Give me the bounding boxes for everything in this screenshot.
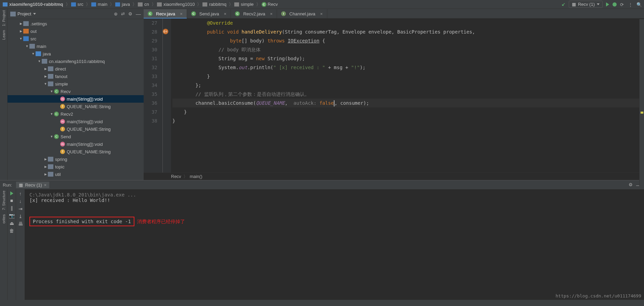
tree-caret[interactable] xyxy=(18,29,23,33)
tree-item[interactable]: util xyxy=(8,170,144,178)
tree-caret[interactable] xyxy=(43,165,48,168)
line-number[interactable]: 35 xyxy=(144,90,157,99)
editor-tab[interactable]: IChannel.java× xyxy=(277,9,327,18)
tree-item[interactable]: Recv2 xyxy=(8,110,144,118)
code-line[interactable]: String msg = new String(body); xyxy=(172,54,644,63)
exit-button[interactable]: ⏏ xyxy=(9,221,14,226)
print-button[interactable]: 🖶 xyxy=(18,221,23,226)
tree-caret[interactable] xyxy=(43,173,48,176)
breadcrumb-item[interactable]: main xyxy=(91,2,107,7)
tree-item[interactable]: simple xyxy=(8,80,144,88)
code-line[interactable]: byte[] body) throws IOException { xyxy=(172,36,644,45)
coverage-button[interactable]: ⟳ xyxy=(620,2,625,7)
delete-button[interactable]: 🗑 xyxy=(9,228,14,233)
gear-icon[interactable]: ⚙ xyxy=(128,11,132,16)
line-number[interactable]: 37 xyxy=(144,107,157,116)
line-number[interactable]: 38 xyxy=(144,116,157,125)
tree-item[interactable]: topic xyxy=(8,163,144,170)
gear-icon[interactable]: ⚙ xyxy=(629,182,633,188)
tree-item[interactable]: Send xyxy=(8,133,144,140)
search-button[interactable]: 🔍 xyxy=(636,2,641,7)
console-output[interactable]: C:\Java\jdk1.8.0_201\bin\java.exe ... [x… xyxy=(25,189,644,300)
tree-caret[interactable] xyxy=(37,60,42,63)
breadcrumb-item[interactable]: simple xyxy=(234,2,254,7)
line-number[interactable]: 30 xyxy=(144,45,157,54)
tree-caret[interactable] xyxy=(49,112,54,116)
run-config-selector[interactable]: ▦ Recv (1) xyxy=(569,1,603,8)
tree-caret[interactable] xyxy=(49,90,54,93)
soft-wrap-button[interactable]: ⇥ xyxy=(18,206,23,211)
sync-icon[interactable]: ↙ xyxy=(562,2,565,7)
breadcrumb-item[interactable]: cn xyxy=(138,2,149,7)
editor-tab[interactable]: CRecv2.java× xyxy=(231,9,277,18)
tree-item[interactable]: main(String[]):void xyxy=(8,140,144,148)
line-number[interactable]: 33 xyxy=(144,72,157,81)
line-number[interactable]: 32 xyxy=(144,63,157,72)
editor-tab[interactable]: CSend.java× xyxy=(187,9,231,18)
line-number[interactable]: 36 xyxy=(144,99,157,107)
close-icon[interactable]: × xyxy=(270,11,273,16)
line-number[interactable]: 28 xyxy=(144,27,157,36)
tree-item[interactable]: out xyxy=(8,27,144,35)
breadcrumb-item[interactable]: xiaomifeng1010 xyxy=(157,2,195,7)
learn-tool-button[interactable]: Learn xyxy=(2,30,6,40)
breadcrumb-item[interactable]: src xyxy=(71,2,83,7)
breadcrumb-item[interactable]: CRecv xyxy=(262,2,278,7)
breadcrumb-method[interactable]: main() xyxy=(190,174,202,179)
tree-item[interactable]: .settings xyxy=(8,20,144,27)
code-line[interactable]: public void handleDelivery(String consum… xyxy=(172,27,644,36)
tree-item[interactable]: src xyxy=(8,35,144,42)
tree-item[interactable]: main(String[]):void xyxy=(8,118,144,125)
breadcrumb-item[interactable]: xiaomifeng1010-rabbitmq xyxy=(3,2,63,7)
hide-icon[interactable]: — xyxy=(136,11,141,17)
tree-item[interactable]: QUEUE_NAME:String xyxy=(8,125,144,133)
code-area[interactable]: 272829303132333435363738 o↑ @Override pu… xyxy=(144,18,644,173)
tree-item[interactable]: cn.xiaomifeng1010.rabbitmq xyxy=(8,58,144,65)
debug-button[interactable] xyxy=(613,2,617,7)
tree-item[interactable]: QUEUE_NAME:String xyxy=(8,148,144,155)
tree-item[interactable]: direct xyxy=(8,65,144,73)
line-number[interactable]: 34 xyxy=(144,81,157,90)
code-line[interactable]: } xyxy=(172,72,644,81)
collapse-icon[interactable]: ⇄ xyxy=(121,11,125,16)
tree-caret[interactable] xyxy=(43,75,48,78)
rerun-button[interactable] xyxy=(10,191,13,195)
project-tree[interactable]: .settingsoutsrcmainjavacn.xiaomifeng1010… xyxy=(8,19,144,180)
code-line[interactable]: @Override xyxy=(172,18,644,27)
down-stack-button[interactable]: ↓ xyxy=(18,199,23,204)
code-line[interactable]: // body 即消息体 xyxy=(172,45,644,54)
tree-caret[interactable] xyxy=(49,135,54,138)
code-line[interactable]: } xyxy=(172,116,644,125)
line-number[interactable]: 29 xyxy=(144,36,157,45)
close-icon[interactable]: × xyxy=(224,11,227,16)
select-opened-icon[interactable]: ⊕ xyxy=(114,11,118,16)
run-button[interactable] xyxy=(606,2,609,7)
code-line[interactable]: } xyxy=(172,107,644,116)
tree-caret[interactable] xyxy=(43,67,48,71)
favorites-tool-button[interactable]: orites xyxy=(2,214,6,224)
structure-tool-button[interactable]: 7: Structure xyxy=(2,191,6,210)
run-tab[interactable]: ▦ Recv (1) × xyxy=(16,182,49,188)
code-lines[interactable]: @Override public void handleDelivery(Str… xyxy=(171,18,644,173)
code-line[interactable]: channel.basicConsume(QUEUE_NAME, autoAck… xyxy=(172,99,644,107)
dump-button[interactable]: 📷 xyxy=(9,213,14,218)
profile-button[interactable]: ⋮ xyxy=(628,2,633,7)
tree-item[interactable]: QUEUE_NAME:String xyxy=(8,103,144,110)
stop-button[interactable]: ■ xyxy=(9,198,14,203)
override-icon[interactable]: o↑ xyxy=(163,29,168,34)
breadcrumb-item[interactable]: java xyxy=(115,2,130,7)
tree-caret[interactable] xyxy=(25,44,29,48)
tree-caret[interactable] xyxy=(31,52,36,55)
editor-tab[interactable]: CRecv.java× xyxy=(144,9,187,18)
code-line[interactable]: }; xyxy=(172,81,644,90)
tree-caret[interactable] xyxy=(18,22,23,25)
tree-caret[interactable] xyxy=(18,37,23,40)
line-number[interactable]: 27 xyxy=(144,18,157,27)
tree-item[interactable]: Recv xyxy=(8,88,144,95)
editor-breadcrumb[interactable]: Recv 〉 main() xyxy=(144,173,644,180)
close-icon[interactable]: × xyxy=(180,11,183,16)
project-tool-button[interactable]: 1: Project xyxy=(2,10,6,26)
close-icon[interactable]: × xyxy=(320,11,323,16)
tree-item[interactable]: main(String[]):void xyxy=(8,95,144,103)
line-number[interactable]: 31 xyxy=(144,54,157,63)
